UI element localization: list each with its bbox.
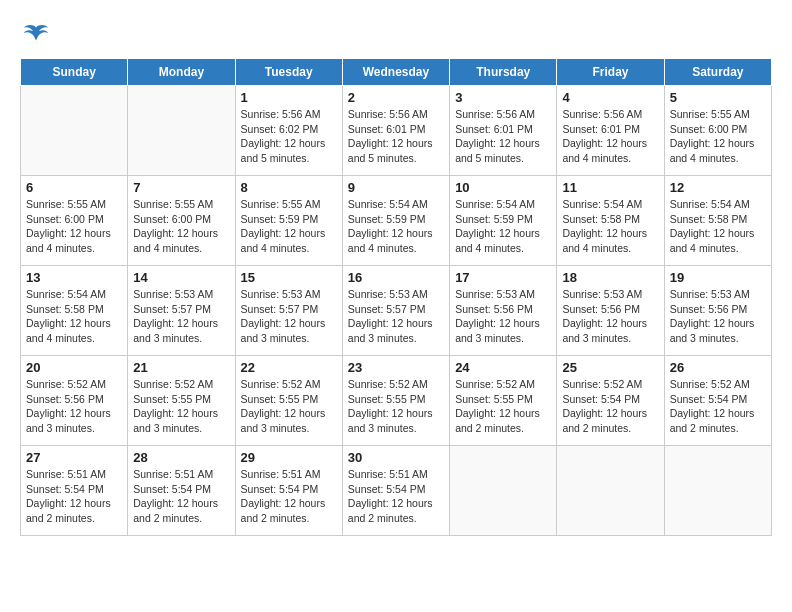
calendar-cell: 17Sunrise: 5:53 AMSunset: 5:56 PMDayligh… [450,266,557,356]
day-number: 21 [133,360,229,375]
header [20,20,772,48]
calendar-table: SundayMondayTuesdayWednesdayThursdayFrid… [20,58,772,536]
calendar-cell: 16Sunrise: 5:53 AMSunset: 5:57 PMDayligh… [342,266,449,356]
calendar-week-row: 27Sunrise: 5:51 AMSunset: 5:54 PMDayligh… [21,446,772,536]
calendar-header-row: SundayMondayTuesdayWednesdayThursdayFrid… [21,59,772,86]
day-number: 28 [133,450,229,465]
day-info: Sunrise: 5:52 AMSunset: 5:54 PMDaylight:… [562,377,658,436]
calendar-cell: 22Sunrise: 5:52 AMSunset: 5:55 PMDayligh… [235,356,342,446]
calendar-week-row: 20Sunrise: 5:52 AMSunset: 5:56 PMDayligh… [21,356,772,446]
calendar-cell [128,86,235,176]
day-number: 26 [670,360,766,375]
calendar-cell: 6Sunrise: 5:55 AMSunset: 6:00 PMDaylight… [21,176,128,266]
day-info: Sunrise: 5:52 AMSunset: 5:55 PMDaylight:… [241,377,337,436]
day-of-week-header: Wednesday [342,59,449,86]
day-number: 29 [241,450,337,465]
calendar-cell: 30Sunrise: 5:51 AMSunset: 5:54 PMDayligh… [342,446,449,536]
day-number: 3 [455,90,551,105]
calendar-week-row: 6Sunrise: 5:55 AMSunset: 6:00 PMDaylight… [21,176,772,266]
calendar-cell: 12Sunrise: 5:54 AMSunset: 5:58 PMDayligh… [664,176,771,266]
day-info: Sunrise: 5:56 AMSunset: 6:02 PMDaylight:… [241,107,337,166]
day-number: 30 [348,450,444,465]
day-info: Sunrise: 5:53 AMSunset: 5:57 PMDaylight:… [241,287,337,346]
calendar-cell [21,86,128,176]
day-info: Sunrise: 5:52 AMSunset: 5:54 PMDaylight:… [670,377,766,436]
calendar-cell: 2Sunrise: 5:56 AMSunset: 6:01 PMDaylight… [342,86,449,176]
day-number: 8 [241,180,337,195]
day-number: 20 [26,360,122,375]
calendar-cell: 24Sunrise: 5:52 AMSunset: 5:55 PMDayligh… [450,356,557,446]
day-number: 19 [670,270,766,285]
day-number: 9 [348,180,444,195]
calendar-cell: 1Sunrise: 5:56 AMSunset: 6:02 PMDaylight… [235,86,342,176]
day-number: 27 [26,450,122,465]
day-number: 17 [455,270,551,285]
day-number: 11 [562,180,658,195]
day-number: 13 [26,270,122,285]
logo [20,20,52,48]
day-number: 25 [562,360,658,375]
day-info: Sunrise: 5:51 AMSunset: 5:54 PMDaylight:… [133,467,229,526]
calendar-cell: 28Sunrise: 5:51 AMSunset: 5:54 PMDayligh… [128,446,235,536]
day-number: 15 [241,270,337,285]
day-info: Sunrise: 5:55 AMSunset: 6:00 PMDaylight:… [26,197,122,256]
day-of-week-header: Monday [128,59,235,86]
day-number: 23 [348,360,444,375]
day-number: 18 [562,270,658,285]
calendar-cell: 27Sunrise: 5:51 AMSunset: 5:54 PMDayligh… [21,446,128,536]
day-info: Sunrise: 5:52 AMSunset: 5:55 PMDaylight:… [348,377,444,436]
day-of-week-header: Sunday [21,59,128,86]
day-number: 6 [26,180,122,195]
day-info: Sunrise: 5:53 AMSunset: 5:57 PMDaylight:… [348,287,444,346]
calendar-week-row: 1Sunrise: 5:56 AMSunset: 6:02 PMDaylight… [21,86,772,176]
calendar-cell [450,446,557,536]
day-of-week-header: Saturday [664,59,771,86]
day-number: 22 [241,360,337,375]
day-number: 10 [455,180,551,195]
calendar-cell: 8Sunrise: 5:55 AMSunset: 5:59 PMDaylight… [235,176,342,266]
day-info: Sunrise: 5:51 AMSunset: 5:54 PMDaylight:… [348,467,444,526]
calendar-cell: 4Sunrise: 5:56 AMSunset: 6:01 PMDaylight… [557,86,664,176]
page-container: SundayMondayTuesdayWednesdayThursdayFrid… [20,20,772,536]
day-of-week-header: Tuesday [235,59,342,86]
day-info: Sunrise: 5:56 AMSunset: 6:01 PMDaylight:… [348,107,444,166]
calendar-cell: 23Sunrise: 5:52 AMSunset: 5:55 PMDayligh… [342,356,449,446]
day-info: Sunrise: 5:54 AMSunset: 5:58 PMDaylight:… [26,287,122,346]
calendar-cell: 11Sunrise: 5:54 AMSunset: 5:58 PMDayligh… [557,176,664,266]
day-of-week-header: Friday [557,59,664,86]
calendar-cell: 18Sunrise: 5:53 AMSunset: 5:56 PMDayligh… [557,266,664,356]
calendar-cell [664,446,771,536]
day-info: Sunrise: 5:55 AMSunset: 6:00 PMDaylight:… [133,197,229,256]
calendar-cell: 9Sunrise: 5:54 AMSunset: 5:59 PMDaylight… [342,176,449,266]
calendar-cell: 26Sunrise: 5:52 AMSunset: 5:54 PMDayligh… [664,356,771,446]
day-info: Sunrise: 5:56 AMSunset: 6:01 PMDaylight:… [562,107,658,166]
calendar-cell: 3Sunrise: 5:56 AMSunset: 6:01 PMDaylight… [450,86,557,176]
calendar-cell: 25Sunrise: 5:52 AMSunset: 5:54 PMDayligh… [557,356,664,446]
day-number: 12 [670,180,766,195]
day-info: Sunrise: 5:56 AMSunset: 6:01 PMDaylight:… [455,107,551,166]
day-info: Sunrise: 5:54 AMSunset: 5:59 PMDaylight:… [455,197,551,256]
calendar-cell [557,446,664,536]
day-info: Sunrise: 5:53 AMSunset: 5:56 PMDaylight:… [455,287,551,346]
day-info: Sunrise: 5:52 AMSunset: 5:55 PMDaylight:… [455,377,551,436]
day-number: 7 [133,180,229,195]
day-info: Sunrise: 5:54 AMSunset: 5:58 PMDaylight:… [562,197,658,256]
day-number: 16 [348,270,444,285]
day-number: 1 [241,90,337,105]
day-number: 2 [348,90,444,105]
day-info: Sunrise: 5:51 AMSunset: 5:54 PMDaylight:… [241,467,337,526]
day-number: 14 [133,270,229,285]
day-info: Sunrise: 5:55 AMSunset: 6:00 PMDaylight:… [670,107,766,166]
day-number: 4 [562,90,658,105]
day-info: Sunrise: 5:51 AMSunset: 5:54 PMDaylight:… [26,467,122,526]
calendar-cell: 20Sunrise: 5:52 AMSunset: 5:56 PMDayligh… [21,356,128,446]
calendar-cell: 10Sunrise: 5:54 AMSunset: 5:59 PMDayligh… [450,176,557,266]
calendar-cell: 19Sunrise: 5:53 AMSunset: 5:56 PMDayligh… [664,266,771,356]
calendar-cell: 14Sunrise: 5:53 AMSunset: 5:57 PMDayligh… [128,266,235,356]
calendar-cell: 7Sunrise: 5:55 AMSunset: 6:00 PMDaylight… [128,176,235,266]
calendar-cell: 29Sunrise: 5:51 AMSunset: 5:54 PMDayligh… [235,446,342,536]
logo-bird-icon [22,20,50,48]
day-info: Sunrise: 5:54 AMSunset: 5:58 PMDaylight:… [670,197,766,256]
day-info: Sunrise: 5:53 AMSunset: 5:56 PMDaylight:… [670,287,766,346]
calendar-cell: 5Sunrise: 5:55 AMSunset: 6:00 PMDaylight… [664,86,771,176]
